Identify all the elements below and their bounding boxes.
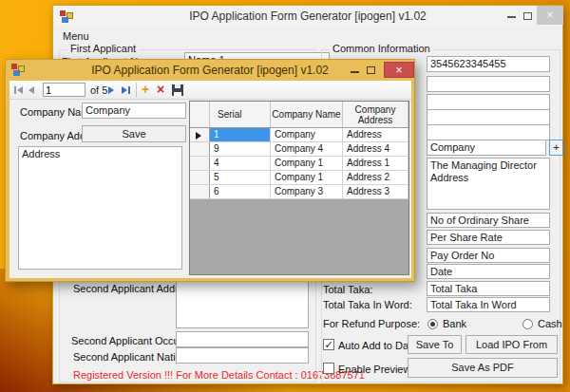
cell-serial[interactable]: 6 bbox=[210, 185, 271, 198]
common-field-4[interactable] bbox=[427, 109, 550, 125]
close-icon[interactable]: × bbox=[384, 62, 414, 78]
total-taka-label: Total Taka: bbox=[323, 284, 372, 295]
cell-company-name[interactable]: Company 1 bbox=[271, 171, 343, 184]
total-taka-word-label: Total Taka In Word: bbox=[323, 299, 412, 310]
cash-radio-label[interactable]: Cash bbox=[538, 318, 562, 329]
common-field-2[interactable] bbox=[427, 76, 550, 92]
cell-company-address[interactable]: Address 1 bbox=[343, 157, 408, 170]
toolbar-separator bbox=[136, 83, 137, 97]
company-address-field[interactable]: Address bbox=[18, 146, 182, 270]
move-previous-icon[interactable] bbox=[28, 84, 34, 97]
row-header[interactable] bbox=[190, 157, 210, 170]
cell-company-name[interactable]: Company 1 bbox=[271, 157, 343, 170]
cell-company-address[interactable]: Address 2 bbox=[343, 171, 408, 184]
cell-serial[interactable]: 9 bbox=[210, 142, 271, 156]
load-ipo-button[interactable]: Load IPO From DataBase bbox=[466, 335, 558, 354]
ordinary-share-field[interactable]: No of Ordinary Share bbox=[427, 213, 550, 228]
grid-corner-cell[interactable] bbox=[190, 102, 210, 127]
save-to-db-button[interactable]: Save To DB bbox=[408, 335, 462, 354]
save-button[interactable]: Save bbox=[82, 125, 186, 142]
enable-preview-label[interactable]: Enable Preview bbox=[338, 364, 410, 375]
common-field-5[interactable] bbox=[427, 124, 550, 140]
total-taka-word-field[interactable]: Total Taka In Word bbox=[427, 297, 550, 312]
minimize-icon[interactable] bbox=[507, 16, 516, 18]
second-applicant-address-field[interactable] bbox=[176, 279, 309, 328]
move-first-icon[interactable] bbox=[14, 84, 23, 97]
grid-header-company-address[interactable]: Company Address bbox=[343, 102, 408, 127]
date-field[interactable]: Date bbox=[427, 264, 550, 279]
cell-company-name[interactable]: Company bbox=[271, 128, 343, 141]
cell-company-name[interactable]: Company 3 bbox=[271, 185, 343, 198]
menu-item-menu[interactable]: Menu bbox=[63, 30, 89, 42]
maximize-icon[interactable] bbox=[367, 66, 375, 74]
table-row[interactable]: 6 Company 3 Address 3 bbox=[190, 185, 408, 199]
per-share-rate-field[interactable]: Per Share Rate bbox=[427, 230, 550, 245]
table-row[interactable]: 5 Company 1 Address 2 bbox=[190, 171, 408, 185]
main-titlebar[interactable]: IPO Application Form Generator [ipogen] … bbox=[53, 6, 562, 28]
cell-company-address[interactable]: Address 4 bbox=[343, 142, 408, 156]
main-window-title: IPO Application Form Generator [ipogen] … bbox=[53, 9, 562, 23]
table-row[interactable]: 4 Company 1 Address 1 bbox=[190, 157, 408, 171]
cell-company-name[interactable]: Company 4 bbox=[271, 142, 343, 156]
second-applicant-occupation-field[interactable] bbox=[176, 331, 309, 347]
record-count-label: of 5 bbox=[90, 84, 107, 96]
maximize-icon[interactable] bbox=[523, 12, 532, 20]
company-manager-dialog: IPO Application Form Generator [ipogen] … bbox=[5, 59, 415, 282]
dialog-titlebar[interactable]: IPO Application Form Generator [ipogen] … bbox=[6, 60, 414, 81]
company-name-field[interactable]: Company bbox=[82, 103, 186, 119]
grid-header-serial[interactable]: Serial bbox=[210, 102, 271, 127]
cell-serial[interactable]: 5 bbox=[210, 171, 271, 184]
record-navigator-toolbar: of 5 + × bbox=[10, 81, 411, 100]
grid-header-row: Serial Company Name Company Address bbox=[190, 102, 408, 128]
row-header[interactable] bbox=[190, 171, 210, 184]
table-row[interactable]: 1 Company Address bbox=[190, 128, 408, 142]
grid-header-company-name[interactable]: Company Name bbox=[271, 102, 343, 127]
auto-add-checkbox[interactable]: ✓ bbox=[323, 339, 334, 350]
cell-company-address[interactable]: Address 3 bbox=[343, 185, 408, 198]
save-as-pdf-button[interactable]: Save As PDF bbox=[408, 358, 558, 378]
record-position-input[interactable] bbox=[43, 83, 86, 97]
bo-account-field[interactable]: 3545623345455 bbox=[427, 56, 550, 72]
cell-company-address[interactable]: Address bbox=[343, 128, 408, 141]
company-select-field[interactable]: Company bbox=[427, 140, 546, 156]
pay-order-no-field[interactable]: Pay Order No bbox=[427, 248, 550, 263]
second-applicant-nationality-field[interactable] bbox=[176, 347, 309, 364]
cell-serial[interactable]: 4 bbox=[210, 157, 271, 170]
close-icon[interactable]: × bbox=[537, 6, 563, 25]
delete-record-icon[interactable]: × bbox=[157, 81, 164, 99]
add-record-icon[interactable]: + bbox=[142, 81, 149, 99]
desktop-background: IPO Application Form Generator [ipogen] … bbox=[0, 0, 570, 392]
save-record-icon[interactable] bbox=[172, 84, 183, 96]
total-taka-field[interactable]: Total Taka bbox=[427, 281, 550, 296]
dialog-title: IPO Application Form Generator [ipogen] … bbox=[6, 64, 414, 77]
add-company-button[interactable]: + bbox=[549, 140, 563, 156]
bank-radio[interactable] bbox=[428, 319, 438, 329]
cash-radio[interactable] bbox=[522, 319, 533, 329]
row-header[interactable] bbox=[190, 185, 210, 198]
move-last-icon[interactable] bbox=[122, 84, 130, 97]
managing-director-field[interactable]: The Managing Director Address bbox=[427, 158, 550, 210]
cell-serial[interactable]: 1 bbox=[210, 128, 271, 141]
current-row-arrow-icon bbox=[196, 132, 201, 140]
minimize-icon[interactable] bbox=[351, 71, 359, 73]
first-applicant-group-label: First Applicant bbox=[67, 43, 139, 54]
common-information-group-label: Common Information bbox=[330, 43, 433, 54]
refund-purpose-label: For Refund Purpose: bbox=[323, 318, 420, 329]
dialog-content: of 5 + × Company Name: Company Company A… bbox=[10, 81, 411, 278]
row-header[interactable] bbox=[190, 142, 210, 156]
company-data-grid[interactable]: Serial Company Name Company Address 1 Co… bbox=[189, 101, 409, 275]
table-row[interactable]: 9 Company 4 Address 4 bbox=[190, 142, 408, 157]
enable-preview-checkbox[interactable] bbox=[323, 363, 334, 374]
common-field-3[interactable] bbox=[427, 94, 550, 110]
current-row-indicator[interactable] bbox=[190, 128, 210, 141]
move-next-icon[interactable] bbox=[108, 84, 114, 97]
bank-radio-label[interactable]: Bank bbox=[443, 318, 466, 329]
